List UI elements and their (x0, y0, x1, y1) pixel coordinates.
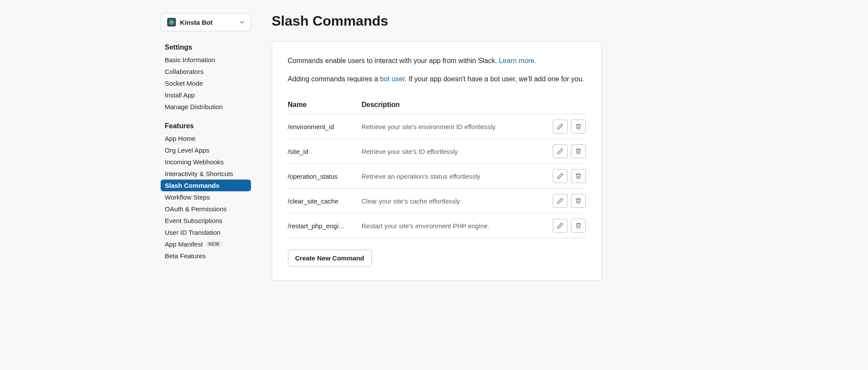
table-row: /site_id Retrieve your site's ID effortl… (288, 139, 586, 164)
column-header-name: Name (288, 101, 362, 109)
delete-button[interactable] (571, 120, 586, 133)
sidebar-item-beta-features[interactable]: Beta Features (161, 250, 251, 262)
features-heading: Features (161, 119, 251, 133)
table-row: /restart_php_engi… Restart your site's e… (288, 213, 586, 238)
sidebar-item-socket-mode[interactable]: Socket Mode (161, 77, 251, 89)
pencil-icon (557, 173, 564, 180)
command-name: /restart_php_engi… (288, 222, 362, 230)
table-row: /operation_status Retrieve an operation'… (288, 164, 586, 189)
sidebar-item-user-id-translation[interactable]: User ID Translation (161, 227, 251, 238)
learn-more-link[interactable]: Learn more. (499, 57, 536, 64)
command-name: /site_id (288, 148, 362, 155)
sidebar-item-collaborators[interactable]: Collaborators (161, 66, 251, 77)
command-description: Clear your site's cache effortlessly (362, 197, 547, 205)
edit-button[interactable] (553, 194, 568, 208)
sidebar-item-install-app[interactable]: Install App (161, 89, 251, 101)
command-description: Restart your site's environment PHP engi… (362, 222, 547, 230)
commands-card: Commands enable users to interact with y… (272, 41, 602, 281)
delete-button[interactable] (571, 194, 586, 208)
sidebar-item-incoming-webhooks[interactable]: Incoming Webhooks (161, 156, 251, 168)
command-description: Retrieve an operation's status effortles… (362, 173, 547, 180)
command-description: Retrieve your site's environment ID effo… (362, 123, 547, 130)
page-title: Slash Commands (272, 13, 602, 29)
pencil-icon (557, 222, 564, 229)
command-description: Retrieve your site's ID effortlessly (362, 148, 547, 155)
sidebar-item-event-subscriptions[interactable]: Event Subscriptions (161, 215, 251, 227)
sidebar-item-workflow-steps[interactable]: Workflow Steps (161, 191, 251, 203)
edit-button[interactable] (553, 169, 568, 183)
edit-button[interactable] (553, 120, 568, 133)
sidebar-item-app-home[interactable]: App Home (161, 133, 251, 144)
table-row: /clear_site_cache Clear your site's cach… (288, 189, 586, 213)
delete-button[interactable] (571, 219, 586, 233)
trash-icon (575, 123, 582, 130)
delete-button[interactable] (571, 169, 586, 183)
command-name: /environment_id (288, 123, 362, 130)
new-badge: NEW (206, 241, 221, 247)
sidebar-item-org-level-apps[interactable]: Org Level Apps (161, 144, 251, 156)
command-name: /operation_status (288, 173, 362, 180)
app-selector[interactable]: Kinsta Bot (161, 13, 251, 31)
bot-user-link[interactable]: bot user (380, 75, 405, 83)
intro-paragraph-2: Adding commands requires a bot user. If … (288, 74, 586, 84)
app-icon (167, 18, 176, 27)
sidebar-item-manage-distribution[interactable]: Manage Distribution (161, 101, 251, 113)
chevron-down-icon (239, 19, 244, 26)
command-name: /clear_site_cache (288, 197, 362, 205)
intro-paragraph-1: Commands enable users to interact with y… (288, 56, 586, 66)
pencil-icon (557, 123, 564, 130)
create-new-command-button[interactable]: Create New Command (288, 250, 372, 267)
table-header: Name Description (288, 96, 586, 114)
edit-button[interactable] (553, 144, 568, 158)
edit-button[interactable] (553, 219, 568, 233)
table-row: /environment_id Retrieve your site's env… (288, 114, 586, 139)
sidebar-item-interactivity-shortcuts[interactable]: Interactivity & Shortcuts (161, 168, 251, 180)
trash-icon (575, 148, 582, 155)
settings-heading: Settings (161, 40, 251, 54)
commands-table: Name Description /environment_id Retriev… (288, 96, 586, 238)
delete-button[interactable] (571, 144, 586, 158)
sidebar-item-oauth-permissions[interactable]: OAuth & Permissions (161, 203, 251, 215)
trash-icon (575, 197, 582, 204)
sidebar-item-slash-commands[interactable]: Slash Commands (161, 180, 251, 191)
sidebar-item-basic-information[interactable]: Basic Information (161, 54, 251, 66)
pencil-icon (557, 197, 564, 204)
trash-icon (575, 222, 582, 229)
sidebar-item-app-manifest[interactable]: App Manifest NEW (161, 238, 251, 250)
app-name: Kinsta Bot (180, 19, 235, 26)
trash-icon (575, 173, 582, 180)
column-header-description: Description (362, 101, 547, 109)
pencil-icon (557, 148, 564, 155)
